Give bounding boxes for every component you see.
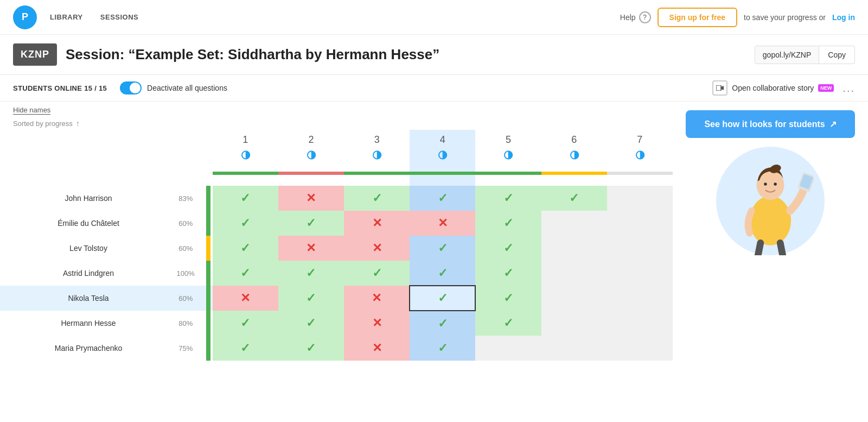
svg-marker-0	[716, 85, 721, 91]
help-button[interactable]: Help ?	[620, 11, 651, 23]
answer-cell-2-6[interactable]	[607, 236, 673, 261]
logo[interactable]: P	[13, 5, 37, 29]
library-link[interactable]: LIBRARY	[50, 13, 83, 21]
help-icon: ?	[639, 11, 651, 23]
answer-cell-6-5[interactable]	[541, 336, 607, 361]
answer-cell-0-1[interactable]: ✕	[278, 186, 344, 211]
answer-cell-5-4[interactable]: ✓	[475, 311, 541, 336]
answer-cell-5-2[interactable]: ✕	[344, 311, 410, 336]
answer-cell-1-4[interactable]: ✓	[475, 211, 541, 236]
copy-button[interactable]: Copy	[819, 46, 855, 64]
moon-5[interactable]: ◑	[475, 148, 541, 161]
answer-cell-5-6[interactable]	[607, 311, 673, 336]
student-progress-bar	[206, 261, 212, 286]
answer-cell-2-0[interactable]: ✓	[213, 236, 278, 261]
answer-cell-0-4[interactable]: ✓	[475, 186, 541, 211]
see-students-button[interactable]: See how it looks for students ↗	[686, 110, 855, 138]
answer-cell-0-2[interactable]: ✓	[344, 186, 410, 211]
hide-names-button[interactable]: Hide names	[13, 106, 50, 115]
answer-cell-1-0[interactable]: ✓	[213, 211, 278, 236]
moon-4[interactable]: ◑	[410, 148, 475, 161]
answer-cell-0-0[interactable]: ✓	[213, 186, 278, 211]
more-options-button[interactable]: ...	[843, 82, 855, 95]
toolbar-right: Open collaborative story NEW ...	[712, 80, 855, 96]
session-header: KZNP Session: “Example Set: Siddhartha b…	[0, 35, 868, 75]
answer-cell-4-1[interactable]: ✓	[278, 286, 344, 311]
student-progress-bar	[206, 286, 212, 311]
student-progress-bar	[206, 311, 212, 336]
moon-1[interactable]: ◑	[213, 148, 278, 161]
answer-cell-4-3[interactable]: ✓	[410, 286, 475, 311]
video-icon	[712, 80, 727, 96]
sorted-by-label: Sorted by progress	[13, 119, 73, 128]
table-row[interactable]: Nikola Tesla60%✕✓✕✓✓	[0, 286, 673, 311]
answer-cell-2-5[interactable]	[541, 236, 607, 261]
answer-cell-2-2[interactable]: ✕	[344, 236, 410, 261]
answer-cell-1-1[interactable]: ✓	[278, 211, 344, 236]
answer-cell-6-4[interactable]	[475, 336, 541, 361]
table-row[interactable]: Lev Tolstoy60%✓✕✕✓✓	[0, 236, 673, 261]
answer-cell-5-5[interactable]	[541, 311, 607, 336]
signup-button[interactable]: Sign up for free	[658, 8, 737, 27]
answer-cell-2-3[interactable]: ✓	[410, 236, 475, 261]
answer-cell-2-4[interactable]: ✓	[475, 236, 541, 261]
answer-cell-2-1[interactable]: ✕	[278, 236, 344, 261]
moon-3[interactable]: ◑	[344, 148, 410, 161]
moon-7[interactable]: ◑	[607, 148, 673, 161]
answer-cell-3-2[interactable]: ✓	[344, 261, 410, 286]
table-row[interactable]: Astrid Lindgren100%✓✓✓✓✓	[0, 261, 673, 286]
answer-cell-0-6[interactable]	[607, 186, 673, 211]
answer-cell-3-4[interactable]: ✓	[475, 261, 541, 286]
session-url: gopol.ly/KZNP	[755, 46, 819, 64]
student-name-cell: Nikola Tesla	[0, 286, 168, 311]
answer-cell-6-0[interactable]: ✓	[213, 336, 278, 361]
answer-cell-6-1[interactable]: ✓	[278, 336, 344, 361]
answer-cell-4-2[interactable]: ✕	[344, 286, 410, 311]
answer-cell-3-5[interactable]	[541, 261, 607, 286]
student-pct-cell: 60%	[168, 211, 206, 236]
table-row[interactable]: Émilie du Châtelet60%✓✓✕✕✓	[0, 211, 673, 236]
answer-cell-4-5[interactable]	[541, 286, 607, 311]
answer-cell-1-6[interactable]	[607, 211, 673, 236]
main-content: Hide names Sorted by progress ↑	[0, 102, 868, 361]
answer-cell-3-0[interactable]: ✓	[213, 261, 278, 286]
students-grid: 1 2 3 4 5 6 7 ◑ ◑ ◑ ◑ ◑ ◑ ◑	[0, 130, 673, 361]
toolbar-row: STUDENTS ONLINE 15 / 15 Deactivate all q…	[0, 75, 868, 102]
collab-story-button[interactable]: Open collaborative story NEW	[712, 80, 834, 96]
table-moon-row: ◑ ◑ ◑ ◑ ◑ ◑ ◑	[0, 148, 673, 161]
answer-cell-3-3[interactable]: ✓	[410, 261, 475, 286]
session-badge: KZNP	[13, 43, 57, 66]
col-header-1: 1	[213, 130, 278, 148]
answer-cell-4-6[interactable]	[607, 286, 673, 311]
answer-cell-1-5[interactable]	[541, 211, 607, 236]
answer-cell-0-5[interactable]: ✓	[541, 186, 607, 211]
student-pct-cell: 60%	[168, 236, 206, 261]
moon-2[interactable]: ◑	[278, 148, 344, 161]
answer-cell-1-3[interactable]: ✕	[410, 211, 475, 236]
student-name-cell: Émilie du Châtelet	[0, 211, 168, 236]
table-row[interactable]: Maria Prymachenko75%✓✓✕✓	[0, 336, 673, 361]
answer-cell-6-6[interactable]	[607, 336, 673, 361]
table-row[interactable]: Hermann Hesse80%✓✓✕✓✓	[0, 311, 673, 336]
answer-cell-4-0[interactable]: ✕	[213, 286, 278, 311]
col-header-6: 6	[541, 130, 607, 148]
student-pct-cell: 75%	[168, 336, 206, 361]
col-header-4: 4	[410, 130, 475, 148]
moon-6[interactable]: ◑	[541, 148, 607, 161]
answer-cell-5-1[interactable]: ✓	[278, 311, 344, 336]
answer-cell-3-6[interactable]	[607, 261, 673, 286]
answer-cell-4-4[interactable]: ✓	[475, 286, 541, 311]
answer-cell-6-2[interactable]: ✕	[344, 336, 410, 361]
toggle-group: Deactivate all questions	[120, 81, 227, 95]
deactivate-toggle[interactable]	[120, 81, 142, 95]
answer-cell-1-2[interactable]: ✕	[344, 211, 410, 236]
answer-cell-3-1[interactable]: ✓	[278, 261, 344, 286]
answer-cell-5-0[interactable]: ✓	[213, 311, 278, 336]
answer-cell-6-3[interactable]: ✓	[410, 336, 475, 361]
table-row[interactable]: John Harrison83%✓✕✓✓✓✓	[0, 186, 673, 211]
answer-cell-0-3[interactable]: ✓	[410, 186, 475, 211]
sessions-link[interactable]: SESSIONS	[100, 13, 138, 21]
answer-cell-5-3[interactable]: ✓	[410, 311, 475, 336]
table-header-row: 1 2 3 4 5 6 7	[0, 130, 673, 148]
login-link[interactable]: Log in	[832, 13, 855, 22]
